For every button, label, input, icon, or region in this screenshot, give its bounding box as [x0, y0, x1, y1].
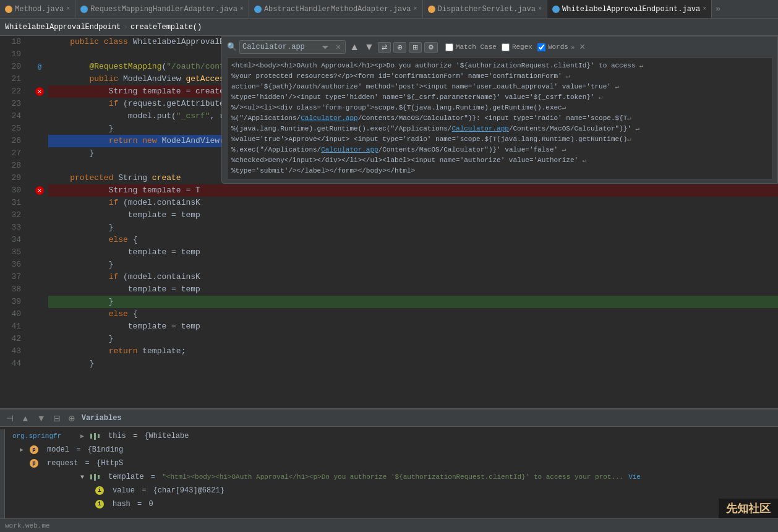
tab-label-requestmapping: RequestMappingHandlerAdapter.java	[90, 5, 237, 14]
breadcrumb-class[interactable]: WhitelabelApprovalEndpoint	[5, 23, 121, 32]
breadcrumb-method[interactable]: createTemplate()	[130, 23, 202, 32]
var-row-request: ▶ p request = {HttpS	[15, 457, 778, 470]
tab-whitelabel[interactable]: WhitelabelApprovalEndpoint.java ×	[547, 0, 712, 19]
var-row-template: ▼ template = "<html><body><h1>OAuth Appr…	[5, 470, 778, 484]
var-value-this: {Whitelabe	[144, 432, 189, 440]
gutter-19	[31, 48, 48, 61]
tab-method-java[interactable]: Method.java ×	[0, 0, 75, 19]
watermark: 先知社区	[719, 499, 778, 518]
ln-39: 39	[0, 296, 26, 308]
find-settings-btn[interactable]: ⚙	[424, 42, 438, 53]
find-toolbar-top: 🔍 ⏷ × ▲ ▼ ⇄ ⊕ ⊞ ⚙ Match Case	[227, 40, 772, 54]
var-expand-model[interactable]: ▶	[20, 446, 27, 453]
find-more-btn[interactable]: »	[571, 43, 575, 51]
find-preview-line-8: %value='true'>Approve</input> <input typ…	[231, 134, 768, 145]
find-toolbar: 🔍 ⏷ × ▲ ▼ ⇄ ⊕ ⊞ ⚙ Match Case	[221, 36, 778, 184]
code-line-38: template = temp	[48, 283, 778, 296]
find-input[interactable]	[242, 43, 317, 51]
tab-close-method[interactable]: ×	[66, 6, 70, 12]
find-option-words[interactable]: Words	[537, 43, 568, 51]
var-eq-template: =	[147, 473, 160, 481]
var-view-template[interactable]: Vie	[628, 473, 641, 481]
variables-list: org.springfr ▶ this = {Whitelabe ▶ p	[5, 429, 778, 530]
ln-35: 35	[0, 246, 26, 259]
tab-dispatcherservlet[interactable]: DispatcherServlet.java ×	[423, 0, 547, 19]
code-line-44: }	[48, 358, 778, 370]
ln-29: 29	[0, 172, 26, 184]
var-name-template: template	[108, 473, 144, 481]
gutter-36	[31, 259, 48, 271]
panel-add-btn[interactable]: ⊕	[67, 412, 77, 424]
code-line-41: template = temp	[48, 320, 778, 333]
search-icon: 🔍	[227, 42, 237, 52]
ln-19: 19	[0, 48, 26, 61]
gutter-25	[31, 122, 48, 135]
tab-requestmapping[interactable]: RequestMappingHandlerAdapter.java ×	[75, 0, 249, 19]
find-option-matchcase[interactable]: Match Case	[445, 43, 497, 51]
ln-37: 37	[0, 271, 26, 283]
gutter-29	[31, 172, 48, 184]
var-icon-this	[90, 433, 100, 440]
find-options: Match Case Regex Words	[445, 43, 568, 51]
var-name-value: value	[113, 486, 135, 495]
find-filter-btn[interactable]: ⊕	[393, 42, 406, 53]
find-matchcase-checkbox[interactable]	[445, 43, 453, 51]
find-next-btn[interactable]: ▼	[363, 41, 375, 53]
gutter-23	[31, 98, 48, 110]
panel-collapse-btn[interactable]: ⊣	[5, 412, 15, 424]
tab-abstracthandler[interactable]: AbstractHandlerMethodAdapter.java ×	[249, 0, 423, 19]
code-line-42: }	[48, 333, 778, 345]
gutter-24	[31, 110, 48, 122]
gutter-28	[31, 160, 48, 172]
ln-28: 28	[0, 160, 26, 172]
var-package-this: org.springfr	[10, 432, 78, 440]
ln-43: 43	[0, 345, 26, 358]
gutter-33	[31, 221, 48, 234]
var-name-request: request	[47, 459, 78, 468]
find-preview-line-3: action='${path}/oauth/authorize' method=…	[231, 82, 768, 92]
find-matchcase-label: Match Case	[456, 43, 497, 51]
find-preview-line-10: %checked>Deny</input></div></li></ul><la…	[231, 155, 768, 166]
tab-close-whitelabel[interactable]: ×	[703, 6, 706, 12]
find-close-btn[interactable]: ×	[579, 41, 585, 53]
find-grep-btn[interactable]: ⊞	[409, 42, 422, 53]
ln-25: 25	[0, 122, 26, 135]
panel-up-btn[interactable]: ▲	[20, 412, 31, 424]
code-line-35: template = temp	[48, 246, 778, 259]
find-regex-checkbox[interactable]	[502, 43, 510, 51]
find-preview-line-7: %(java.lang.Runtime).getRuntime().exec("…	[231, 124, 768, 134]
tab-overflow[interactable]: »	[712, 4, 724, 14]
ln-41: 41	[0, 320, 26, 333]
find-preview[interactable]: <html><body><h1>OAuth Approval</h1><p>Do…	[227, 58, 772, 179]
find-words-checkbox[interactable]	[537, 43, 545, 51]
code-line-33: }	[48, 221, 778, 234]
find-preview-line-4: %type='hidden'/><input type='hidden' nam…	[231, 92, 768, 103]
find-words-label: Words	[548, 43, 568, 51]
tab-close-abstracthandler[interactable]: ×	[414, 6, 417, 12]
find-prev-btn[interactable]: ▲	[348, 41, 361, 53]
panel-down-btn[interactable]: ▼	[36, 412, 47, 424]
ln-44: 44	[0, 358, 26, 370]
code-line-37: if (model.containsK	[48, 271, 778, 283]
find-option-regex[interactable]: Regex	[502, 43, 532, 51]
ln-26: 26	[0, 135, 26, 147]
var-row-value: ▶ i value = {char[943]@6821}	[5, 484, 778, 497]
var-expand-template[interactable]: ▼	[80, 474, 88, 481]
var-eq-value: =	[137, 486, 151, 495]
var-eq-hash: =	[133, 500, 147, 508]
gutter-42	[31, 333, 48, 345]
var-name-this: this	[108, 432, 126, 440]
panel-filter-btn[interactable]: ⊟	[52, 412, 62, 424]
var-expand-this[interactable]: ▶	[80, 432, 88, 440]
find-replace-btn[interactable]: ⇄	[378, 42, 391, 53]
tab-close-dispatcherservlet[interactable]: ×	[538, 6, 542, 12]
tab-close-requestmapping[interactable]: ×	[240, 6, 244, 12]
status-text: work.web.me	[5, 522, 50, 530]
breadcrumb-sep: ›	[123, 22, 128, 32]
error-mark-30: ✕	[35, 186, 44, 195]
find-clear-btn[interactable]: ×	[334, 42, 343, 52]
find-clear-history-btn[interactable]: ⏷	[319, 42, 331, 52]
ln-22: 22	[0, 85, 26, 98]
gutter-40	[31, 308, 48, 320]
tab-icon-dispatcherservlet	[428, 6, 435, 13]
